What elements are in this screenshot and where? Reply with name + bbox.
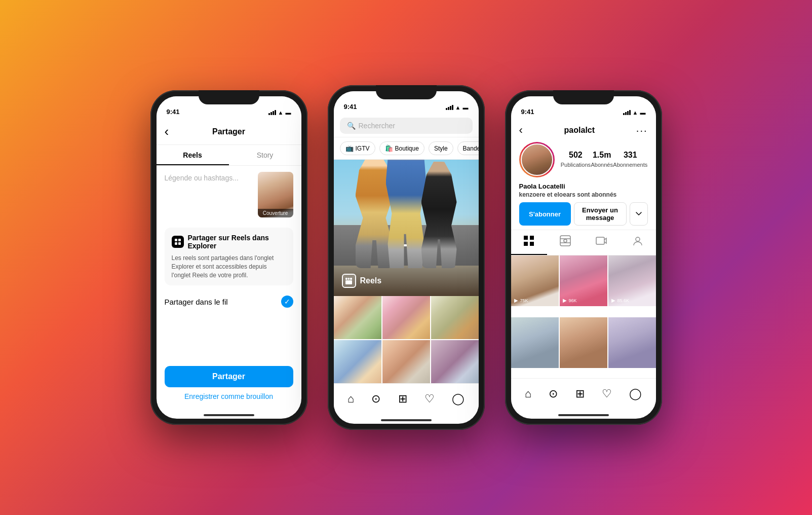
caption-input[interactable]: Légende ou hashtags...: [165, 172, 253, 217]
stat-abonnes: 1.5m Abonnés: [591, 151, 612, 169]
profile-grid-cell-4[interactable]: [511, 317, 559, 368]
chip-style-label: Style: [434, 145, 448, 152]
stat-abonnements: 331 Abonnements: [613, 151, 647, 169]
profile-nav-2[interactable]: ◯: [452, 392, 465, 406]
svg-rect-16: [596, 237, 604, 244]
reels-icon: [342, 274, 356, 288]
draft-button[interactable]: Enregistrer comme brouillon: [165, 392, 293, 400]
tab-reels[interactable]: Reels: [157, 145, 229, 165]
profile-stats: 502 Publications 1.5m Abonnés 331 Abonne…: [519, 142, 648, 177]
heart-nav-2[interactable]: ♡: [424, 392, 435, 406]
caption-row: Légende ou hashtags... Couverture: [165, 172, 293, 217]
subscribe-button[interactable]: S'abonner: [519, 202, 571, 226]
profile-content-tabs: [511, 230, 656, 255]
grid-cell-3[interactable]: [431, 296, 479, 339]
profile-grid-cell-6[interactable]: [608, 317, 656, 368]
chip-bd-label: Bandes dessinées: [463, 145, 479, 152]
grid-cell-2[interactable]: [382, 296, 430, 339]
home-bar-2: [381, 419, 432, 421]
search-nav-2[interactable]: ⊙: [371, 392, 380, 406]
explorer-screen: 🔍 Rechercher 📺 IGTV 🛍️ Boutique Style: [334, 114, 479, 414]
share-content: Légende ou hashtags... Couverture Partag…: [157, 166, 301, 360]
avatar-ring: [519, 142, 555, 177]
chip-boutique[interactable]: 🛍️ Boutique: [379, 141, 424, 155]
dropdown-button[interactable]: [630, 202, 648, 226]
signal-icon-2: [446, 105, 453, 110]
svg-rect-9: [530, 236, 534, 240]
followers-text: kenzoere et eloears sont abonnés: [519, 191, 648, 198]
share-button[interactable]: Partager: [165, 366, 293, 387]
explorer-title: Partager sur Reels dans Explorer: [172, 234, 286, 250]
share-header: ‹ Partager: [157, 119, 301, 145]
avatar-image: [521, 143, 553, 176]
share-tabs: Reels Story: [157, 145, 301, 166]
option-checkbox[interactable]: ✓: [281, 296, 293, 308]
more-options-button[interactable]: ···: [636, 125, 648, 136]
explorer-icon: [172, 236, 184, 248]
svg-rect-8: [524, 236, 528, 240]
home-indicator-2: [334, 414, 479, 424]
home-bar-3: [558, 414, 609, 416]
search-nav-3[interactable]: ⊙: [549, 387, 558, 400]
svg-rect-11: [530, 242, 534, 246]
reels-label: Reels: [342, 274, 382, 288]
tab-grid[interactable]: [511, 230, 548, 255]
signal-icon-1: [268, 110, 276, 115]
tab-story[interactable]: Story: [229, 145, 301, 165]
play-overlay-2: ▶96K: [563, 298, 577, 303]
person-3: [421, 162, 457, 268]
chip-igtv[interactable]: 📺 IGTV: [340, 141, 375, 155]
tab-reels-profile[interactable]: [547, 230, 584, 255]
notch-1: [199, 90, 259, 104]
svg-rect-10: [524, 242, 528, 246]
tab-igtv-profile[interactable]: [584, 230, 620, 255]
profile-nav: ‹ paolalct ···: [519, 124, 648, 137]
profile-grid-cell-1[interactable]: ▶75K: [511, 255, 559, 306]
svg-rect-5: [348, 278, 350, 280]
wifi-icon-3: ▲: [633, 109, 638, 116]
home-indicator-1: [157, 409, 301, 419]
abonnes-num: 1.5m: [591, 151, 612, 160]
profile-grid-cell-3[interactable]: ▶85.6K: [608, 255, 656, 306]
home-nav-2[interactable]: ⌂: [347, 392, 354, 406]
share-title: Partager: [212, 127, 245, 136]
home-nav-3[interactable]: ⌂: [525, 387, 531, 400]
add-nav-3[interactable]: ⊞: [575, 387, 585, 400]
grid-cell-1[interactable]: [334, 296, 381, 339]
profile-header: ‹ paolalct ··· 502 Publications: [511, 119, 656, 230]
explorer-grid: [334, 296, 479, 383]
add-nav-2[interactable]: ⊞: [398, 392, 407, 406]
grid-cell-5[interactable]: [382, 340, 430, 383]
back-button[interactable]: ‹: [165, 124, 169, 139]
profile-nav-3[interactable]: ◯: [629, 387, 642, 400]
chip-bd[interactable]: Bandes dessinées: [457, 141, 479, 155]
home-bar-1: [204, 414, 254, 416]
grid-cell-4[interactable]: [334, 340, 381, 383]
svg-rect-0: [175, 239, 177, 241]
play-overlay-3: ▶85.6K: [611, 298, 630, 303]
svg-rect-2: [175, 242, 177, 245]
reels-video: Reels: [334, 160, 479, 296]
svg-point-17: [636, 237, 640, 241]
svg-rect-3: [178, 242, 181, 245]
explorer-section: Partager sur Reels dans Explorer Les ree…: [165, 228, 293, 285]
profile-grid-cell-5[interactable]: [560, 317, 607, 368]
cover-thumbnail: Couverture: [258, 172, 293, 217]
chip-style[interactable]: Style: [429, 141, 453, 155]
search-bar[interactable]: 🔍 Rechercher: [340, 118, 473, 134]
cover-label: Couverture: [258, 209, 293, 217]
heart-nav-3[interactable]: ♡: [602, 387, 612, 400]
message-button[interactable]: Envoyer un message: [574, 202, 627, 226]
battery-icon-2: ▬: [463, 104, 469, 111]
profile-grid: ▶75K ▶96K ▶85.6K: [511, 255, 656, 378]
status-icons-3: ▲ ▬: [623, 109, 646, 116]
profile-back-button[interactable]: ‹: [519, 124, 523, 137]
profile-username: paolalct: [564, 126, 595, 135]
wifi-icon-1: ▲: [278, 109, 284, 116]
grid-cell-6[interactable]: [431, 340, 479, 383]
publications-num: 502: [561, 151, 591, 160]
search-container: 🔍 Rechercher: [334, 114, 479, 137]
option-row: Partager dans le fil ✓: [165, 293, 293, 310]
tab-tagged[interactable]: [620, 230, 656, 255]
profile-grid-cell-2[interactable]: ▶96K: [560, 255, 607, 306]
